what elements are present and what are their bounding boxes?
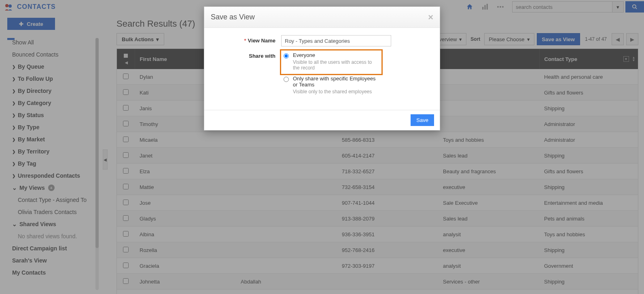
share-specific-radio[interactable] — [284, 77, 289, 82]
radio-description: Visible only to the shared employees — [293, 89, 379, 94]
view-name-input[interactable] — [281, 35, 391, 46]
share-with-label: Share with — [249, 53, 275, 59]
required-asterisk: * — [244, 38, 246, 44]
save-button[interactable]: Save — [411, 114, 434, 126]
share-everyone-option[interactable]: Everyone Visible to all the users with a… — [281, 50, 381, 74]
radio-label: Everyone — [293, 52, 379, 58]
save-as-view-modal: Save as View × *View Name Share with Eve… — [204, 6, 440, 130]
modal-title: Save as View — [211, 13, 255, 21]
view-name-label: View Name — [248, 38, 275, 44]
close-icon[interactable]: × — [428, 13, 433, 22]
radio-description: Visible to all the users with access to … — [293, 59, 379, 71]
share-specific-option[interactable]: Only share with specific Employees or Te… — [281, 74, 381, 98]
share-everyone-radio[interactable] — [284, 53, 289, 59]
radio-label: Only share with specific Employees or Te… — [293, 76, 379, 88]
